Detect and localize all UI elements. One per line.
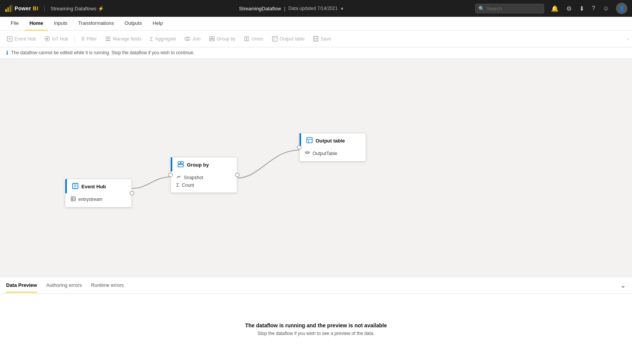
group-by-node-title: Group by: [187, 162, 209, 168]
toolbar-overflow[interactable]: ›: [627, 37, 629, 41]
save-icon: [313, 36, 319, 42]
filter-label: Filter: [87, 36, 97, 42]
event-hub-icon: [7, 36, 13, 42]
event-hub-node-title: Event Hub: [81, 184, 106, 189]
count-label: Count: [182, 183, 194, 188]
menu-inputs[interactable]: Inputs: [49, 17, 72, 31]
svg-rect-35: [178, 165, 183, 167]
group-by-label: Group by: [217, 36, 235, 42]
output-table-row-1: OutputTable: [305, 150, 360, 157]
top-center: StreamingDataflow | Data updated 7/14/20…: [111, 6, 471, 11]
save-button[interactable]: Save: [309, 33, 335, 45]
group-by-node[interactable]: Group by Snapshot Σ Count: [170, 157, 237, 193]
settings-icon[interactable]: ⚙: [566, 4, 572, 13]
menu-home[interactable]: Home: [25, 17, 48, 31]
data-updated: Data updated 7/14/2021: [288, 6, 338, 11]
output-table-node[interactable]: Output table OutputTable: [299, 133, 366, 162]
join-button[interactable]: Join: [181, 33, 204, 45]
union-icon: [244, 36, 250, 42]
svg-point-39: [306, 151, 310, 153]
avatar[interactable]: 👤: [616, 3, 627, 14]
toolbar: Event Hub IoT Hub ⊽ Filter Manage fields…: [0, 31, 632, 47]
search-wrap: 🔍: [475, 4, 544, 13]
menu-file[interactable]: File: [6, 17, 23, 31]
manage-fields-button[interactable]: Manage fields: [101, 33, 145, 45]
svg-rect-3: [11, 5, 12, 12]
svg-rect-19: [272, 36, 277, 41]
svg-rect-34: [181, 162, 183, 164]
svg-rect-17: [245, 37, 246, 41]
grid-icon: [71, 196, 76, 202]
filter-button[interactable]: ⊽ Filter: [77, 33, 101, 45]
svg-rect-9: [105, 37, 110, 37]
union-button[interactable]: Union: [240, 33, 267, 45]
group-by-row-count: Σ Count: [176, 181, 232, 189]
tab-runtime-errors[interactable]: Runtime errors: [91, 278, 124, 293]
download-icon[interactable]: ⬇: [579, 4, 585, 13]
bottom-panel: Data Preview Authoring errors Runtime er…: [0, 277, 632, 364]
toolbar-sep-1: [75, 34, 75, 44]
output-table-node-header: Output table: [300, 133, 366, 147]
svg-rect-33: [178, 162, 180, 164]
tab-authoring-errors[interactable]: Authoring errors: [46, 278, 82, 293]
collapse-button[interactable]: ⌄: [620, 281, 626, 290]
info-message: The dataflow cannot be edited while it i…: [11, 50, 194, 55]
event-hub-label: Event Hub: [15, 36, 36, 42]
output-table-node-body: OutputTable: [300, 147, 366, 161]
save-label: Save: [321, 36, 331, 42]
group-by-left-connector: [168, 173, 173, 177]
event-hub-node[interactable]: Event Hub entrystream: [65, 179, 132, 207]
dataflow-title: StreamingDataflow: [239, 6, 281, 11]
count-icon: Σ: [176, 182, 179, 188]
menu-outputs[interactable]: Outputs: [120, 17, 147, 31]
menu-transformations[interactable]: Transformations: [74, 17, 118, 31]
powerbi-icon: [5, 4, 13, 13]
svg-rect-15: [212, 37, 214, 39]
aggregate-icon: Σ: [150, 36, 153, 42]
aggregate-button[interactable]: Σ Aggregate: [146, 33, 180, 45]
top-actions: 🔍 🔔 ⚙ ⬇ ? ☺ 👤: [475, 3, 627, 14]
svg-rect-23: [314, 36, 317, 38]
info-bar: ℹ The dataflow cannot be edited while it…: [0, 47, 632, 58]
svg-rect-1: [7, 7, 9, 12]
entrystream-label: entrystream: [78, 197, 102, 202]
event-hub-row-1: entrystream: [71, 196, 126, 203]
iot-hub-button[interactable]: IoT Hub: [41, 33, 72, 45]
event-hub-button[interactable]: Event Hub: [3, 33, 40, 45]
svg-rect-24: [314, 39, 318, 41]
notification-icon[interactable]: 🔔: [550, 4, 559, 13]
group-by-node-body: Snapshot Σ Count: [171, 171, 237, 193]
group-by-node-header: Group by: [171, 157, 237, 171]
group-by-node-icon: [178, 161, 184, 168]
brand-area: Power BI | Streaming Dataflows ⚡: [5, 4, 104, 13]
bottom-content: The dataflow is running and the preview …: [0, 294, 632, 364]
svg-rect-36: [307, 138, 312, 143]
group-by-row-snapshot: Snapshot: [176, 174, 232, 181]
output-table-node-title: Output table: [316, 138, 345, 144]
svg-rect-11: [105, 40, 110, 41]
event-hub-node-icon: [72, 183, 78, 190]
aggregate-label: Aggregate: [155, 36, 176, 42]
tab-data-preview[interactable]: Data Preview: [6, 278, 37, 293]
event-hub-node-body: entrystream: [65, 193, 131, 207]
output-table-node-icon: [306, 137, 313, 144]
preview-subtitle: Stop the dataflow if you wish to see a p…: [258, 331, 374, 336]
search-input[interactable]: [475, 4, 544, 13]
event-hub-node-header: Event Hub: [65, 179, 131, 193]
svg-rect-2: [10, 6, 11, 12]
top-bar: Power BI | Streaming Dataflows ⚡ Streami…: [0, 0, 632, 17]
menu-help[interactable]: Help: [148, 17, 167, 31]
account-icon[interactable]: ☺: [602, 4, 610, 13]
svg-rect-14: [209, 37, 212, 39]
svg-rect-29: [71, 197, 75, 201]
dropdown-chevron-icon[interactable]: ▾: [341, 6, 344, 11]
info-icon: ℹ: [6, 50, 8, 56]
join-label: Join: [192, 36, 201, 42]
streaming-label: Streaming Dataflows ⚡: [50, 6, 104, 11]
group-by-button[interactable]: Group by: [205, 33, 239, 45]
join-icon: [185, 36, 190, 42]
output-table-button[interactable]: Output table: [268, 33, 308, 45]
manage-fields-label: Manage fields: [113, 36, 141, 42]
svg-rect-0: [5, 9, 7, 12]
help-icon[interactable]: ?: [591, 4, 596, 13]
